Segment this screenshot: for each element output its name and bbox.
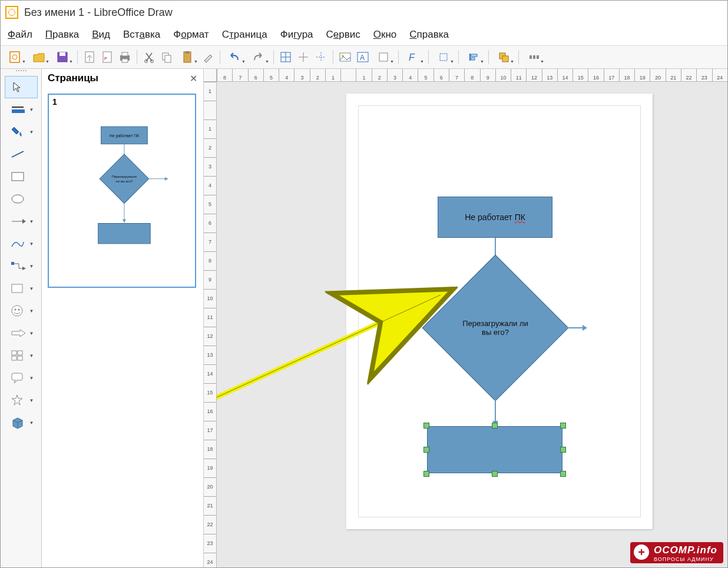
selection-handle[interactable] xyxy=(560,423,566,429)
menu-edit[interactable]: Правка xyxy=(45,29,79,41)
svg-text:P: P xyxy=(104,57,107,61)
selection-handle[interactable] xyxy=(492,471,498,477)
arrowhead-icon xyxy=(583,325,587,331)
distribute-button[interactable]: ▼ xyxy=(522,49,545,65)
svg-point-49 xyxy=(12,305,22,316)
menu-format[interactable]: Формат xyxy=(173,29,209,41)
ruler-corner xyxy=(204,69,217,82)
fontwork-button[interactable]: F▼ xyxy=(402,49,425,65)
menu-bar: Файл Правка Вид Вставка Формат Страница … xyxy=(1,24,727,45)
selection-handle[interactable] xyxy=(492,423,498,429)
watermark-sub: ВОПРОСЫ АДМИНУ xyxy=(654,556,717,562)
svg-rect-56 xyxy=(12,373,22,380)
selection-handle[interactable] xyxy=(560,471,566,477)
vertical-ruler[interactable]: 1123456789101112131415161718192021222324… xyxy=(204,82,217,567)
flowchart-connector[interactable] xyxy=(547,327,584,328)
transform-button[interactable]: ▼ xyxy=(432,49,455,65)
svg-rect-68 xyxy=(98,223,151,243)
drawing-page[interactable]: Не работает ПК Перезагружали ли вы его? xyxy=(346,94,653,529)
page-thumbnail[interactable]: 1 Не работает ПК Перезагружали ли вы его… xyxy=(48,94,196,288)
svg-rect-0 xyxy=(10,52,19,62)
open-button[interactable]: ▼ xyxy=(28,49,50,65)
watermark-main: OCOMP.info xyxy=(654,544,717,556)
arrange-button[interactable]: ▼ xyxy=(492,49,515,65)
guides-button[interactable] xyxy=(313,49,329,65)
svg-rect-48 xyxy=(12,284,22,293)
curve-tool[interactable]: ▼ xyxy=(5,232,38,255)
copy-button[interactable] xyxy=(158,49,175,65)
selection-handle[interactable] xyxy=(423,447,429,453)
flowchart-process-shape-selected[interactable] xyxy=(427,426,562,473)
menu-view[interactable]: Вид xyxy=(92,29,110,41)
separator xyxy=(518,50,519,64)
save-button[interactable]: ▼ xyxy=(51,49,74,65)
svg-text:Не работает ПК: Не работает ПК xyxy=(110,134,139,138)
arrow-line-tool[interactable]: ▼ xyxy=(5,210,38,232)
menu-window[interactable]: Окно xyxy=(373,29,397,41)
menu-tools[interactable]: Сервис xyxy=(326,29,360,41)
line-tool[interactable] xyxy=(5,143,38,165)
basic-shapes-tool[interactable]: ▼ xyxy=(5,277,38,300)
undo-button[interactable]: ▼ xyxy=(224,49,246,65)
rectangle-tool[interactable] xyxy=(5,165,38,188)
svg-line-40 xyxy=(12,151,24,157)
svg-rect-54 xyxy=(12,356,16,360)
menu-help[interactable]: Справка xyxy=(409,29,449,41)
print-button[interactable] xyxy=(117,49,133,65)
selection-handle[interactable] xyxy=(560,447,566,453)
palette-grip[interactable] xyxy=(6,70,36,74)
close-icon[interactable]: ✕ xyxy=(190,73,197,84)
pages-panel-title: Страницы xyxy=(48,72,98,84)
align-button[interactable]: ▼ xyxy=(462,49,485,65)
shape-text: Перезагружали ли вы его? xyxy=(461,319,530,337)
menu-page[interactable]: Страница xyxy=(222,29,267,41)
svg-rect-36 xyxy=(533,55,535,59)
svg-rect-37 xyxy=(537,55,539,59)
flowchart-decision-shape[interactable]: Перезагружали ли вы его? xyxy=(444,276,547,380)
separator xyxy=(333,50,333,64)
3d-shapes-tool[interactable]: ▼ xyxy=(5,411,38,434)
svg-rect-27 xyxy=(379,53,388,61)
menu-file[interactable]: Файл xyxy=(8,29,32,41)
selection-handle[interactable] xyxy=(423,423,429,429)
export-pdf-button[interactable]: P xyxy=(99,49,115,65)
star-shapes-tool[interactable]: ▼ xyxy=(5,389,38,411)
flowchart-shapes-tool[interactable]: ▼ xyxy=(5,344,38,367)
svg-point-42 xyxy=(12,195,24,203)
insert-special-button[interactable]: ▼ xyxy=(372,49,395,65)
svg-point-51 xyxy=(18,309,19,311)
svg-rect-35 xyxy=(530,55,532,59)
line-color-tool[interactable]: ▼ xyxy=(5,98,38,121)
thumbnail-preview: Не работает ПК Перезагружали ли вы его? xyxy=(49,95,195,286)
cut-button[interactable] xyxy=(141,49,157,65)
insert-image-button[interactable] xyxy=(337,49,353,65)
canvas-viewport[interactable]: Не работает ПК Перезагружали ли вы его? xyxy=(217,82,727,567)
horizontal-ruler[interactable]: 8765432112345678910111213141516171819202… xyxy=(217,69,727,82)
fill-color-tool[interactable]: ▼ xyxy=(5,121,38,143)
insert-textbox-button[interactable]: A xyxy=(355,49,371,65)
redo-button[interactable]: ▼ xyxy=(247,49,270,65)
ellipse-tool[interactable] xyxy=(5,188,38,210)
pages-panel-header: Страницы ✕ xyxy=(42,69,203,88)
block-arrows-tool[interactable]: ▼ xyxy=(5,322,38,344)
menu-shape[interactable]: Фигура xyxy=(280,29,313,41)
svg-rect-8 xyxy=(122,52,128,56)
format-paintbrush-button[interactable] xyxy=(200,49,216,65)
symbol-shapes-tool[interactable]: ▼ xyxy=(5,300,38,322)
connector-tool[interactable]: ▼ xyxy=(5,255,38,277)
new-button[interactable]: ▼ xyxy=(4,49,27,65)
svg-rect-31 xyxy=(471,54,477,57)
grid-button[interactable] xyxy=(277,49,294,65)
selection-handle[interactable] xyxy=(423,471,429,477)
shape-text: Не работает ПК xyxy=(465,212,525,222)
standard-toolbar: ▼ ▼ ▼ P ▼ ▼ ▼ A ▼ F▼ ▼ ▼ ▼ ▼ xyxy=(1,45,727,69)
paste-button[interactable]: ▼ xyxy=(176,49,198,65)
menu-insert[interactable]: Вставка xyxy=(123,29,160,41)
svg-rect-52 xyxy=(12,351,16,355)
flowchart-process-shape[interactable]: Не работает ПК xyxy=(438,197,552,238)
snap-grid-button[interactable] xyxy=(295,49,312,65)
export-button[interactable] xyxy=(81,49,98,65)
flowchart-connector[interactable] xyxy=(495,380,496,422)
select-tool[interactable] xyxy=(5,76,38,98)
callout-shapes-tool[interactable]: ▼ xyxy=(5,367,38,389)
